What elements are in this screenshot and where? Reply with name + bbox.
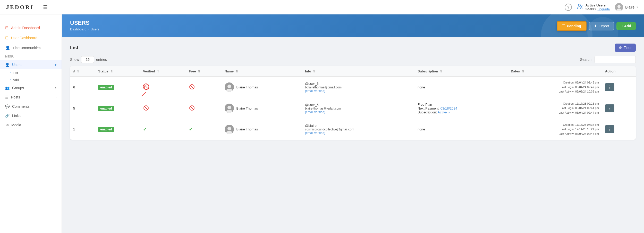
help-button[interactable]: ? bbox=[565, 4, 572, 11]
table-row: 5 enabled bbox=[70, 98, 636, 119]
list-header: List ⚙ Filter bbox=[70, 44, 636, 52]
name-1: Blaire Thomas bbox=[236, 106, 258, 110]
cell-verified-0 bbox=[140, 77, 186, 98]
sort-name-icon: ⇅ bbox=[236, 70, 238, 73]
sidebar-item-groups-left: 👥 Groups bbox=[5, 86, 24, 90]
cell-dates-0: Creation: 03/04/24 02:45 pm Last Login: … bbox=[508, 77, 602, 98]
entries-input[interactable] bbox=[81, 56, 94, 63]
not-free-icon bbox=[189, 87, 195, 91]
cell-sub-2: none bbox=[414, 119, 508, 140]
user-menu[interactable]: Blaire ▾ bbox=[615, 3, 638, 11]
export-button[interactable]: ⬆ Export bbox=[589, 22, 614, 30]
table-controls: Show entries Search: bbox=[70, 56, 636, 63]
sidebar-item-groups[interactable]: 👥 Groups › bbox=[0, 83, 62, 93]
svg-point-1 bbox=[581, 5, 582, 6]
sort-sub-icon: ⇅ bbox=[440, 70, 442, 73]
sidebar-item-comments[interactable]: 💬 Comments bbox=[0, 102, 62, 111]
svg-point-20 bbox=[227, 127, 231, 130]
sidebar-top bbox=[0, 14, 62, 23]
status-badge: enabled bbox=[98, 85, 114, 90]
sidebar-item-users[interactable]: 👤 Users ▾ bbox=[0, 60, 62, 69]
cell-dates-2: Creation: 11/13/23 07:34 pm Last Login: … bbox=[508, 119, 602, 140]
sidebar-item-posts[interactable]: ☰ Posts › bbox=[0, 93, 62, 102]
list-icon: ☰ bbox=[562, 24, 565, 28]
table-row: 6 enabled bbox=[70, 77, 636, 98]
groups-icon: 👥 bbox=[5, 86, 10, 90]
cell-id-1: 5 bbox=[70, 98, 95, 119]
col-subscription[interactable]: Subscription ⇅ bbox=[414, 66, 508, 77]
verified-check-icon: ✓ bbox=[143, 127, 147, 132]
col-action: Action bbox=[602, 66, 636, 77]
col-name[interactable]: Name ⇅ bbox=[222, 66, 302, 77]
col-status[interactable]: Status ⇅ bbox=[95, 66, 140, 77]
cell-sub-0: none bbox=[414, 77, 508, 98]
table-header: # ⇅ Status ⇅ Verified ⇅ Free ⇅ Name ⇅ In… bbox=[70, 66, 636, 77]
sidebar-user-label: User Dashboard bbox=[11, 36, 37, 40]
sidebar-menu-label: MENU bbox=[0, 53, 62, 60]
community-icon: 👤 bbox=[5, 45, 10, 50]
sidebar: ⊞ Admin Dashboard ⊞ User Dashboard 👤 Lis… bbox=[0, 14, 62, 233]
sidebar-sub-item-add[interactable]: • Add bbox=[10, 76, 62, 83]
add-button[interactable]: + Add bbox=[616, 22, 636, 30]
active-users-label: Active Users bbox=[585, 3, 610, 7]
content-area: USERS Dashboard › Users ☰ Pending ⬆ Expo… bbox=[62, 14, 644, 233]
sidebar-sub-item-list[interactable]: • List bbox=[10, 69, 62, 76]
sidebar-item-links[interactable]: 🔗 Links bbox=[0, 111, 62, 120]
filter-button[interactable]: ⚙ Filter bbox=[615, 44, 636, 52]
sort-dates-icon: ⇅ bbox=[522, 70, 524, 73]
svg-line-15 bbox=[190, 106, 193, 110]
svg-line-6 bbox=[145, 86, 148, 89]
posts-icon: ☰ bbox=[5, 95, 9, 99]
action-button-1[interactable]: ⋮ bbox=[605, 104, 614, 112]
sidebar-communities-label: List Communities bbox=[13, 46, 40, 50]
sidebar-groups-label: Groups bbox=[12, 86, 24, 90]
sidebar-comments-label: Comments bbox=[12, 104, 30, 109]
cell-info-1: @user_5 blaire.thomas@jedari.com (email … bbox=[302, 98, 414, 119]
cell-name-1: Blaire Thomas bbox=[222, 98, 302, 119]
sidebar-item-list-communities[interactable]: 👤 List Communities bbox=[0, 43, 62, 53]
sidebar-item-user-dashboard[interactable]: ⊞ User Dashboard bbox=[0, 33, 62, 43]
cursor-overlay bbox=[565, 37, 575, 37]
sort-verified-icon: ⇅ bbox=[157, 70, 159, 73]
hamburger-menu[interactable]: ☰ bbox=[43, 4, 48, 10]
action-button-0[interactable]: ⋮ bbox=[605, 83, 614, 91]
action-button-2[interactable]: ⋮ bbox=[605, 125, 614, 133]
col-verified[interactable]: Verified ⇅ bbox=[140, 66, 186, 77]
col-number: # ⇅ bbox=[70, 66, 95, 77]
svg-line-13 bbox=[145, 106, 148, 110]
export-icon: ⬆ bbox=[594, 24, 597, 28]
svg-point-0 bbox=[578, 4, 580, 6]
sidebar-users-label: Users bbox=[12, 63, 22, 67]
users-icon: 👤 bbox=[5, 63, 10, 67]
app-logo: JEDORI bbox=[6, 4, 34, 11]
status-badge: enabled bbox=[98, 127, 114, 132]
sidebar-item-media[interactable]: 🗂 Media bbox=[0, 120, 62, 130]
sidebar-item-comments-left: 💬 Comments bbox=[5, 104, 30, 109]
cell-info-2: @blaire cosmicgroundcollective@gmail.com… bbox=[302, 119, 414, 140]
col-info[interactable]: Info ⇅ bbox=[302, 66, 414, 77]
cell-dates-1: Creation: 11/17/23 09:16 pm Last Login: … bbox=[508, 98, 602, 119]
free-check-icon: ✓ bbox=[189, 127, 193, 132]
breadcrumb: Dashboard › Users bbox=[70, 27, 636, 31]
sort-icon: ⇅ bbox=[77, 70, 79, 73]
cell-sub-1: Free Plan Next Payment: 03/18/2024 Subsc… bbox=[414, 98, 508, 119]
breadcrumb-home[interactable]: Dashboard bbox=[70, 27, 87, 31]
active-users-count: 3/5000 bbox=[585, 7, 596, 11]
upgrade-link[interactable]: upgrade bbox=[597, 7, 610, 11]
list-title: List bbox=[70, 45, 78, 51]
cell-action-2: ⋮ bbox=[602, 119, 636, 140]
col-dates[interactable]: Dates ⇅ bbox=[508, 66, 602, 77]
breadcrumb-arrow-icon: › bbox=[88, 27, 89, 31]
search-input[interactable] bbox=[595, 56, 636, 63]
search-label: Search: bbox=[580, 57, 592, 62]
sidebar-item-admin-dashboard[interactable]: ⊞ Admin Dashboard bbox=[0, 23, 62, 33]
bullet-list-icon: • bbox=[10, 71, 11, 74]
links-icon: 🔗 bbox=[5, 114, 10, 118]
col-free[interactable]: Free ⇅ bbox=[186, 66, 221, 77]
svg-line-8 bbox=[190, 85, 193, 88]
cell-free-2: ✓ bbox=[186, 119, 221, 140]
top-header: JEDORI ☰ ? Active Users 3/5000 upgrade bbox=[0, 0, 644, 14]
comments-icon: 💬 bbox=[5, 104, 10, 109]
cell-verified-1 bbox=[140, 98, 186, 119]
pending-button[interactable]: ☰ Pending bbox=[557, 21, 587, 31]
